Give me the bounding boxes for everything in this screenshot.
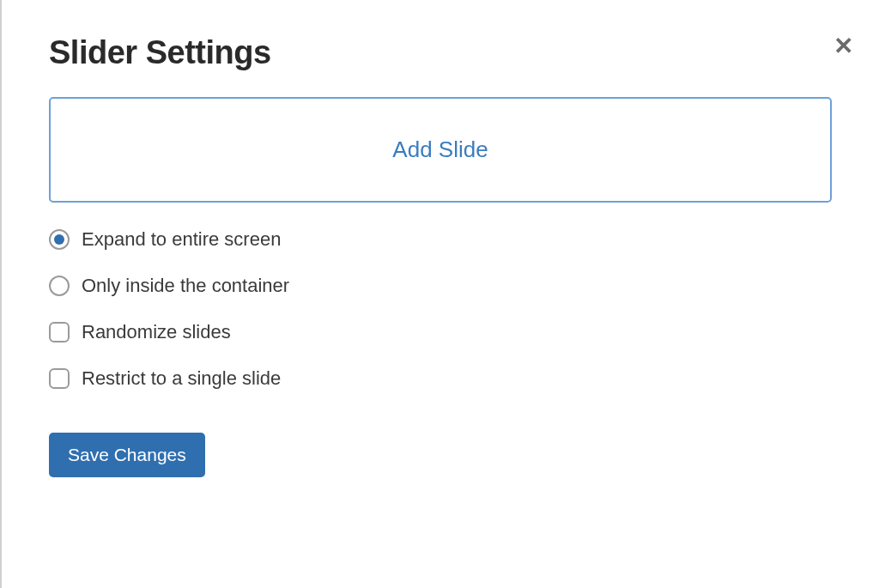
radio-expand-entire-screen[interactable] (49, 229, 70, 250)
option-label: Randomize slides (82, 321, 231, 343)
option-label: Restrict to a single slide (82, 367, 281, 390)
slider-settings-modal: ✕ Slider Settings Add Slide Expand to en… (0, 0, 879, 588)
option-only-inside-container[interactable]: Only inside the container (49, 275, 832, 297)
add-slide-button[interactable]: Add Slide (49, 97, 832, 203)
close-icon: ✕ (834, 33, 853, 59)
checkbox-randomize-slides[interactable] (49, 322, 70, 342)
option-label: Expand to entire screen (82, 228, 281, 251)
option-restrict-single-slide[interactable]: Restrict to a single slide (49, 367, 832, 390)
modal-title: Slider Settings (49, 34, 832, 71)
radio-only-inside-container[interactable] (49, 276, 70, 296)
options-group: Expand to entire screen Only inside the … (49, 228, 832, 390)
option-expand-entire-screen[interactable]: Expand to entire screen (49, 228, 832, 251)
checkbox-restrict-single-slide[interactable] (49, 368, 70, 389)
option-randomize-slides[interactable]: Randomize slides (49, 321, 832, 343)
option-label: Only inside the container (82, 275, 289, 297)
close-button[interactable]: ✕ (834, 34, 853, 58)
save-changes-button[interactable]: Save Changes (49, 433, 205, 477)
